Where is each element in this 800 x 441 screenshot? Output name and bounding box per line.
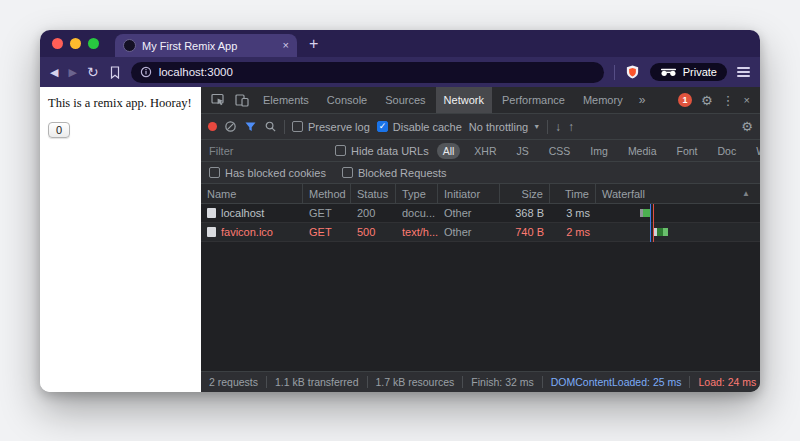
network-filter-row: Hide data URLs All XHR JS CSS Img Media … bbox=[201, 140, 760, 162]
network-summary-bar: 2 requests 1.1 kB transferred 1.7 kB res… bbox=[201, 371, 760, 392]
blocked-requests-box[interactable] bbox=[342, 167, 353, 178]
request-size: 740 B bbox=[500, 223, 550, 241]
request-method: GET bbox=[303, 204, 351, 222]
request-initiator: Other bbox=[438, 204, 500, 222]
disable-cache-checkbox[interactable]: Disable cache bbox=[377, 121, 462, 133]
page-text: This is a remix app. Hooray! bbox=[48, 96, 193, 111]
toolbar-divider bbox=[614, 65, 615, 80]
forward-button[interactable]: ▶ bbox=[68, 67, 76, 78]
requests-table-header: Name Method Status Type Initiator Size T… bbox=[201, 184, 760, 204]
import-har-icon[interactable]: ↓ bbox=[555, 120, 561, 134]
disable-cache-box[interactable] bbox=[377, 121, 388, 132]
filter-pill-media[interactable]: Media bbox=[622, 143, 663, 159]
devtools-close-icon[interactable]: × bbox=[744, 95, 750, 106]
has-blocked-cookies-box[interactable] bbox=[209, 167, 220, 178]
error-count-badge[interactable]: 1 bbox=[678, 93, 692, 107]
tab-console[interactable]: Console bbox=[319, 87, 375, 113]
device-toolbar-button[interactable] bbox=[231, 90, 253, 110]
hide-data-urls-checkbox[interactable]: Hide data URLs bbox=[335, 145, 429, 157]
tab-elements[interactable]: Elements bbox=[255, 87, 317, 113]
tab-favicon-icon bbox=[123, 39, 136, 52]
request-time: 3 ms bbox=[550, 204, 596, 222]
filter-input[interactable] bbox=[209, 145, 327, 157]
network-toolbar: Preserve log Disable cache No throttling… bbox=[201, 114, 760, 140]
filter-pill-ws[interactable]: WS bbox=[750, 143, 760, 159]
export-har-icon[interactable]: ↑ bbox=[568, 120, 574, 134]
url-bar[interactable]: localhost:3000 bbox=[131, 62, 604, 83]
column-name[interactable]: Name bbox=[201, 184, 303, 203]
menu-button[interactable] bbox=[737, 67, 750, 77]
url-text: localhost:3000 bbox=[159, 66, 233, 78]
filter-pill-font[interactable]: Font bbox=[670, 143, 703, 159]
request-type: text/h... bbox=[396, 223, 438, 241]
throttling-select[interactable]: No throttling ▼ bbox=[469, 121, 540, 133]
devtools-tabbar-right: 1 ⚙ ⋮ × bbox=[678, 93, 754, 107]
network-settings-icon[interactable]: ⚙ bbox=[741, 120, 753, 133]
more-tabs-button[interactable]: » bbox=[633, 93, 652, 107]
has-blocked-cookies-checkbox[interactable]: Has blocked cookies bbox=[209, 167, 326, 179]
column-initiator[interactable]: Initiator bbox=[438, 184, 500, 203]
tab-memory[interactable]: Memory bbox=[575, 87, 631, 113]
bookmark-button[interactable] bbox=[109, 66, 121, 79]
request-name: favicon.ico bbox=[221, 226, 273, 238]
shields-icon[interactable] bbox=[625, 64, 640, 80]
tab-network[interactable]: Network bbox=[436, 87, 492, 113]
new-tab-button[interactable]: + bbox=[309, 36, 318, 52]
column-size[interactable]: Size bbox=[500, 184, 550, 203]
summary-load: Load: 24 ms bbox=[690, 376, 760, 388]
column-method[interactable]: Method bbox=[303, 184, 351, 203]
column-status[interactable]: Status bbox=[351, 184, 396, 203]
summary-finish: Finish: 32 ms bbox=[463, 376, 542, 388]
site-info-icon[interactable] bbox=[140, 66, 152, 78]
tab-title: My First Remix App bbox=[142, 40, 277, 52]
private-goggles-icon bbox=[660, 68, 677, 77]
request-row-localhost[interactable]: localhost GET 200 docu... Other 368 B 3 … bbox=[201, 204, 760, 223]
browser-window: My First Remix App × + ◀ ▶ ↻ localhost:3… bbox=[40, 30, 760, 392]
devtools-kebab-icon[interactable]: ⋮ bbox=[722, 94, 735, 107]
requests-empty-area bbox=[201, 242, 760, 371]
filter-pill-all[interactable]: All bbox=[437, 143, 461, 159]
network-blocked-row: Has blocked cookies Blocked Requests bbox=[201, 162, 760, 184]
request-type: docu... bbox=[396, 204, 438, 222]
filter-pill-doc[interactable]: Doc bbox=[712, 143, 743, 159]
document-icon bbox=[207, 227, 216, 237]
devtools-tabbar: Elements Console Sources Network Perform… bbox=[201, 87, 760, 114]
window-zoom-button[interactable] bbox=[88, 38, 99, 49]
preserve-log-checkbox[interactable]: Preserve log bbox=[292, 121, 370, 133]
filter-funnel-icon[interactable] bbox=[244, 121, 257, 133]
tab-close-icon[interactable]: × bbox=[283, 40, 289, 51]
toolbar-separator bbox=[547, 120, 548, 134]
counter-button[interactable]: 0 bbox=[48, 122, 70, 138]
browser-tab[interactable]: My First Remix App × bbox=[115, 34, 297, 57]
summary-requests: 2 requests bbox=[201, 376, 267, 388]
column-time[interactable]: Time bbox=[550, 184, 596, 203]
reload-button[interactable]: ↻ bbox=[87, 65, 99, 79]
blocked-requests-checkbox[interactable]: Blocked Requests bbox=[342, 167, 447, 179]
request-row-favicon[interactable]: favicon.ico GET 500 text/h... Other 740 … bbox=[201, 223, 760, 242]
search-icon[interactable] bbox=[264, 120, 277, 133]
request-time: 2 ms bbox=[550, 223, 596, 241]
devtools-settings-icon[interactable]: ⚙ bbox=[701, 94, 713, 107]
scroll-up-icon[interactable]: ▲ bbox=[742, 189, 754, 198]
back-button[interactable]: ◀ bbox=[50, 67, 58, 78]
titlebar: My First Remix App × + bbox=[40, 30, 760, 57]
filter-pill-css[interactable]: CSS bbox=[543, 143, 577, 159]
dropdown-caret-icon: ▼ bbox=[533, 123, 540, 130]
column-type[interactable]: Type bbox=[396, 184, 438, 203]
window-close-button[interactable] bbox=[52, 38, 63, 49]
record-button[interactable] bbox=[208, 122, 217, 131]
filter-pill-js[interactable]: JS bbox=[511, 143, 535, 159]
request-name: localhost bbox=[221, 207, 264, 219]
tab-sources[interactable]: Sources bbox=[377, 87, 433, 113]
tab-performance[interactable]: Performance bbox=[494, 87, 573, 113]
filter-pill-img[interactable]: Img bbox=[584, 143, 614, 159]
waterfall-bar bbox=[663, 228, 668, 236]
filter-pill-xhr[interactable]: XHR bbox=[468, 143, 502, 159]
column-waterfall[interactable]: Waterfall ▲ bbox=[596, 184, 760, 203]
inspect-element-button[interactable] bbox=[207, 90, 229, 110]
preserve-log-box[interactable] bbox=[292, 121, 303, 132]
clear-icon[interactable] bbox=[224, 120, 237, 133]
hide-data-urls-box[interactable] bbox=[335, 145, 346, 156]
private-label: Private bbox=[683, 66, 717, 78]
window-minimize-button[interactable] bbox=[70, 38, 81, 49]
